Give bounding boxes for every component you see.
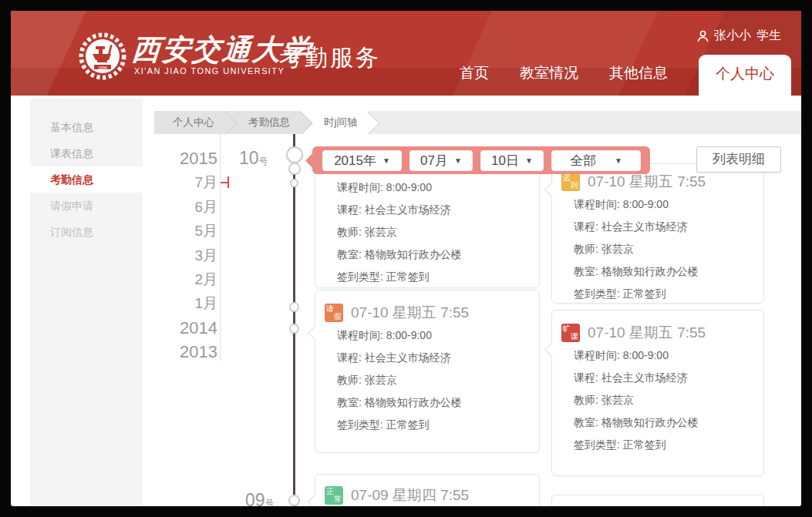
university-name-en: XI'AN JIAO TONG UNIVERSITY <box>134 66 285 76</box>
nav-other-info[interactable]: 其他信息 <box>609 63 668 96</box>
chevron-down-icon: ▼ <box>454 156 462 165</box>
badge-char: 迟 <box>563 174 571 182</box>
app-header: 1896 西安交通大学 XI'AN JIAO TONG UNIVERSITY 考… <box>11 11 801 96</box>
filter-bar: 2015年 ▼ 07月 ▼ 10日 ▼ 全部 ▼ <box>312 146 650 174</box>
breadcrumb-personal-center[interactable]: 个人中心 <box>154 111 225 134</box>
attendance-card <box>551 495 764 506</box>
card-title: 07-10 星期五 7:55 <box>588 323 706 343</box>
university-logo-icon: 1896 <box>77 31 128 82</box>
scale-month[interactable]: 2月 <box>142 267 217 291</box>
month-dropdown[interactable]: 07月 ▼ <box>409 150 473 171</box>
field-classroom: 教室: 格物致知行政办公楼 <box>574 260 763 283</box>
timeline-scale: 2015 7月 6月 5月 3月 2月 1月 2014 2013 <box>142 146 217 364</box>
attendance-page: 1896 西安交通大学 XI'AN JIAO TONG UNIVERSITY 考… <box>11 11 801 506</box>
field-checkin-type: 签到类型: 正常签到 <box>574 283 763 305</box>
attendance-card: 正 常 07-09 星期四 7:55 <box>315 474 540 506</box>
card-fields: 课程时间: 8:00-9:00 课程: 社会主义市场经济 教师: 张芸京 教室:… <box>552 344 763 456</box>
day-marker-09: 09号 <box>245 490 275 506</box>
scale-year[interactable]: 2015 <box>142 146 217 170</box>
scale-month[interactable]: 7月 <box>142 170 217 194</box>
breadcrumb-label: 时j间轴 <box>324 116 358 128</box>
field-course-time: 课程时间: 8:00-9:00 <box>337 324 539 347</box>
day-dropdown[interactable]: 10日 ▼ <box>480 150 544 171</box>
sidebar: 基本信息 课表信息 考勤信息 请假申请 订阅信息 <box>30 99 143 506</box>
field-teacher: 教师: 张芸京 <box>337 221 539 243</box>
field-teacher: 教师: 张芸京 <box>574 238 763 260</box>
card-title: 07-10 星期五 7:55 <box>351 303 469 323</box>
nav-personal-center[interactable]: 个人中心 <box>699 55 791 96</box>
timeline-node[interactable] <box>288 163 301 175</box>
sidebar-item-basic-info[interactable]: 基本信息 <box>30 114 143 140</box>
nav-home[interactable]: 首页 <box>460 63 489 96</box>
sidebar-item-leave-request[interactable]: 请假申请 <box>30 193 143 219</box>
sidebar-item-subscription[interactable]: 订阅信息 <box>30 219 143 245</box>
filter-bar-pointer-icon <box>305 152 322 168</box>
attendance-card: 请 假 07-10 星期五 7:55 课程时间: 8:00-9:00 课程: 社… <box>315 290 540 453</box>
scale-month[interactable]: 1月 <box>142 291 217 315</box>
day-marker-10: 10号 <box>239 148 268 169</box>
current-month-marker <box>227 176 229 188</box>
card-fields: 课程时间: 8:00-9:00 课程: 社会主义市场经济 教师: 张芸京 教室:… <box>315 324 539 436</box>
field-course: 课程: 社会主义市场经济 <box>337 347 539 369</box>
main-nav: 首页 教室情况 其他信息 个人中心 <box>429 55 791 96</box>
attendance-card: 旷 课 07-10 星期五 7:55 课程时间: 8:00-9:00 课程: 社… <box>551 310 764 476</box>
late-badge-icon: 迟 到 <box>561 173 580 191</box>
timeline-node[interactable] <box>289 302 299 312</box>
user-info[interactable]: 张小小 学生 <box>697 28 781 44</box>
day-number: 10 <box>239 148 259 168</box>
sidebar-item-timetable[interactable]: 课表信息 <box>30 140 143 166</box>
badge-char: 常 <box>334 495 342 503</box>
field-teacher: 教师: 张芸京 <box>337 369 539 391</box>
scale-month[interactable]: 3月 <box>142 243 217 267</box>
chevron-down-icon: ▼ <box>615 156 622 165</box>
list-detail-button[interactable]: 列表明细 <box>696 146 781 173</box>
day-unit: 号 <box>259 156 268 166</box>
app-title: 考勤服务 <box>279 42 381 74</box>
badge-char: 课 <box>571 333 578 341</box>
field-course-time: 课程时间: 8:00-9:00 <box>337 176 539 199</box>
field-classroom: 教室: 格物致知行政办公楼 <box>337 243 539 266</box>
field-checkin-type: 签到类型: 正常签到 <box>337 414 539 436</box>
field-classroom: 教室: 格物致知行政办公楼 <box>337 391 539 414</box>
badge-char: 正 <box>326 488 334 495</box>
breadcrumb-label: 个人中心 <box>173 116 214 128</box>
field-checkin-type: 签到类型: 正常签到 <box>574 434 763 456</box>
day-unit: 号 <box>265 498 275 506</box>
badge-char: 请 <box>326 305 334 313</box>
normal-badge-icon: 正 常 <box>325 486 343 505</box>
chevron-down-icon: ▼ <box>382 156 390 165</box>
chevron-down-icon: ▼ <box>525 156 533 165</box>
scale-year[interactable]: 2013 <box>142 340 217 364</box>
timeline-node[interactable] <box>289 324 299 334</box>
card-fields: 课程时间: 8:00-9:00 课程: 社会主义市场经济 教师: 张芸京 教室:… <box>552 193 763 305</box>
field-course-time: 课程时间: 8:00-9:00 <box>574 344 763 367</box>
user-icon <box>697 30 709 42</box>
card-fields: 课程时间: 8:00-9:00 课程: 社会主义市场经济 教师: 张芸京 教室:… <box>315 163 539 288</box>
leave-badge-icon: 请 假 <box>325 304 343 322</box>
badge-char: 到 <box>571 182 578 190</box>
svg-text:1896: 1896 <box>98 65 107 70</box>
card-header: 请 假 07-10 星期五 7:55 <box>315 290 539 324</box>
timeline-node[interactable] <box>288 495 300 506</box>
field-course: 课程: 社会主义市场经济 <box>574 216 763 238</box>
scale-month[interactable]: 5月 <box>142 219 217 243</box>
user-role: 学生 <box>756 28 781 44</box>
scale-month[interactable]: 6月 <box>142 195 217 219</box>
scale-year[interactable]: 2014 <box>142 316 217 340</box>
badge-char: 旷 <box>563 325 571 333</box>
sidebar-item-attendance[interactable]: 考勤信息 <box>30 166 143 193</box>
screenshot-frame: 1896 西安交通大学 XI'AN JIAO TONG UNIVERSITY 考… <box>0 0 812 517</box>
month-value: 07月 <box>420 152 448 170</box>
attendance-card: 课程时间: 8:00-9:00 课程: 社会主义市场经济 教师: 张芸京 教室:… <box>315 162 540 288</box>
field-classroom: 教室: 格物致知行政办公楼 <box>574 411 763 434</box>
timeline-node[interactable] <box>286 146 303 163</box>
nav-classrooms[interactable]: 教室情况 <box>520 63 578 96</box>
year-dropdown[interactable]: 2015年 ▼ <box>322 150 402 171</box>
card-title: 07-09 星期四 7:55 <box>351 485 469 505</box>
day-number: 09 <box>245 490 265 506</box>
timeline-axis <box>293 133 295 506</box>
field-course-time: 课程时间: 8:00-9:00 <box>574 193 763 216</box>
type-dropdown[interactable]: 全部 ▼ <box>551 150 641 171</box>
timeline-node[interactable] <box>290 179 298 187</box>
breadcrumb: 个人中心 考勤信息 时j间轴 <box>154 111 801 134</box>
